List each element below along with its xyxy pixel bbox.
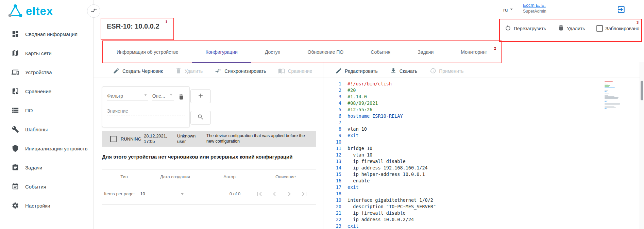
- config-type: RUNNING: [121, 136, 142, 142]
- tab-2[interactable]: Конфигурации: [192, 41, 251, 63]
- sidebar-item[interactable]: Сводная информация: [0, 24, 93, 44]
- editor-toolbar: Редактировать Скачать Применить: [335, 65, 464, 78]
- history-icon: [429, 67, 436, 75]
- reboot-icon: [505, 24, 511, 32]
- config-table-header: ТипДата созданияАвторОписание: [102, 169, 316, 184]
- reboot-device-button[interactable]: Перезагрузить: [505, 24, 546, 32]
- delete-device-label: Удалить: [567, 26, 585, 31]
- add-filter-button[interactable]: [190, 89, 211, 103]
- delete-config-label: Удалить: [185, 68, 203, 74]
- last-page-button[interactable]: [300, 190, 308, 198]
- panes-divider: [323, 62, 323, 229]
- compare-icon: [12, 87, 19, 95]
- tab-5[interactable]: События: [357, 41, 404, 63]
- devices-icon: [12, 68, 19, 76]
- sidebar-item[interactable]: Задачи: [0, 158, 93, 177]
- empty-drafts-message: Для этого устройства нет черновиков или …: [102, 154, 292, 160]
- settings-gear-icon: [12, 202, 19, 209]
- tasks-clipboard-icon: [12, 164, 19, 171]
- download-config-button[interactable]: Скачать: [390, 67, 418, 75]
- plus-icon: [197, 92, 204, 100]
- apply-config-button[interactable]: Применить: [429, 67, 463, 75]
- apply-search-button[interactable]: [190, 111, 211, 125]
- sidebar-item[interactable]: Инициализация устройств: [0, 139, 93, 158]
- filter-value-input[interactable]: [107, 108, 185, 115]
- compare-config-label: Сравнение: [288, 68, 312, 74]
- sidebar-item-label: События: [25, 184, 46, 190]
- blocked-checkbox[interactable]: Заблокировано: [596, 25, 639, 32]
- page-title: ESR-10: 10.0.0.2: [107, 22, 159, 30]
- create-draft-label: Создать Черновик: [122, 68, 163, 74]
- sidebar-item[interactable]: Карты сети: [0, 44, 93, 63]
- chevron-down-icon[interactable]: [179, 191, 185, 197]
- config-toolbar: Создать Черновик Удалить Синхронизироват…: [113, 65, 312, 78]
- tab-1[interactable]: Информация об устройстве: [103, 41, 192, 63]
- column-header: Дата создания: [160, 174, 190, 179]
- trash-icon: [558, 24, 564, 32]
- column-header: Описание: [275, 174, 296, 179]
- create-draft-button[interactable]: Создать Черновик: [113, 67, 163, 75]
- filter-field-select[interactable]: Фильтр: [107, 92, 148, 100]
- annotation-number-2: 2: [494, 46, 496, 50]
- sidebar-item[interactable]: Настройки: [0, 196, 93, 215]
- running-config-row[interactable]: RUNNING 28.12.2021, 17:05 Unknown user T…: [102, 131, 316, 147]
- annotation-number-1: 1: [165, 20, 167, 24]
- row-checkbox[interactable]: [110, 136, 117, 142]
- items-per-page-value[interactable]: 10: [140, 191, 145, 196]
- events-note-icon: [12, 183, 19, 190]
- language-select[interactable]: ru: [503, 6, 514, 13]
- edit-config-button[interactable]: Редактировать: [335, 67, 378, 75]
- sidebar-item-label: Карты сети: [25, 50, 52, 56]
- sidebar-item-label: Инициализация устройств: [25, 146, 87, 151]
- apply-config-label: Применить: [439, 68, 463, 74]
- logout-icon: [617, 9, 626, 15]
- tab-3[interactable]: Доступ: [251, 41, 294, 63]
- code-gutter: 1234567891011121314151617181920212223: [324, 81, 341, 229]
- first-page-button[interactable]: [255, 190, 264, 198]
- device-tabs: Информация об устройствеКонфигурацииДост…: [102, 40, 502, 63]
- config-author: Unknown user: [177, 133, 202, 145]
- blocked-label: Заблокировано: [605, 26, 639, 31]
- sidebar-item[interactable]: ПО: [0, 101, 93, 120]
- sync-arrows-icon: [215, 67, 222, 75]
- brand-text: eltex: [26, 4, 53, 18]
- tab-4[interactable]: Обновление ПО: [294, 41, 357, 63]
- config-description: The device configuration that was applie…: [206, 133, 316, 144]
- checkbox-icon: [596, 25, 603, 32]
- previous-page-button[interactable]: [270, 190, 278, 198]
- sidebar-item[interactable]: Сравнение: [0, 82, 93, 101]
- tabs-row: Информация об устройствеКонфигурацииДост…: [103, 41, 501, 63]
- tab-6[interactable]: Задачи: [404, 41, 447, 63]
- filter-operator-select[interactable]: Опе...: [152, 92, 174, 100]
- download-config-label: Скачать: [400, 68, 418, 74]
- annotation-number-3: 3: [637, 20, 639, 24]
- user-link[interactable]: Eccm E. E.: [523, 3, 546, 8]
- delete-device-button[interactable]: Удалить: [558, 24, 585, 32]
- compare-book-icon: [278, 67, 285, 75]
- toolbars-bottom-divider: [94, 78, 644, 78]
- user-block: Eccm E. E. SuperAdmin: [523, 3, 546, 14]
- next-page-button[interactable]: [285, 190, 293, 198]
- config-created: 28.12.2021, 17:05: [144, 133, 174, 145]
- eltex-logo: eltex: [7, 3, 53, 19]
- logout-button[interactable]: [617, 5, 626, 14]
- page-range-label: 0 of 0: [230, 191, 241, 196]
- sync-config-label: Синхронизировать: [224, 68, 266, 74]
- tab-7[interactable]: Мониторинг: [447, 41, 501, 63]
- download-icon: [390, 67, 397, 75]
- remove-filter-button[interactable]: [178, 94, 185, 100]
- items-per-page-label: Items per page:: [104, 191, 135, 196]
- sidebar-item[interactable]: Шаблоны: [0, 120, 93, 139]
- chevron-down-icon: [508, 6, 514, 13]
- filter-operator-label: Опе...: [152, 93, 165, 99]
- eltex-logo-mark-icon: [7, 3, 23, 19]
- compare-config-button[interactable]: Сравнение: [278, 67, 312, 75]
- delete-config-button[interactable]: Удалить: [175, 67, 203, 75]
- sidebar-toggle-button[interactable]: [87, 4, 100, 18]
- editor-scrollbar-thumb[interactable]: [641, 81, 643, 100]
- sidebar-item[interactable]: Устройства: [0, 63, 93, 82]
- sidebar-item[interactable]: События: [0, 177, 93, 196]
- paginator: Items per page: 10 0 of 0: [102, 183, 316, 205]
- device-init-shield-icon: [12, 145, 19, 152]
- sync-config-button[interactable]: Синхронизировать: [215, 67, 266, 75]
